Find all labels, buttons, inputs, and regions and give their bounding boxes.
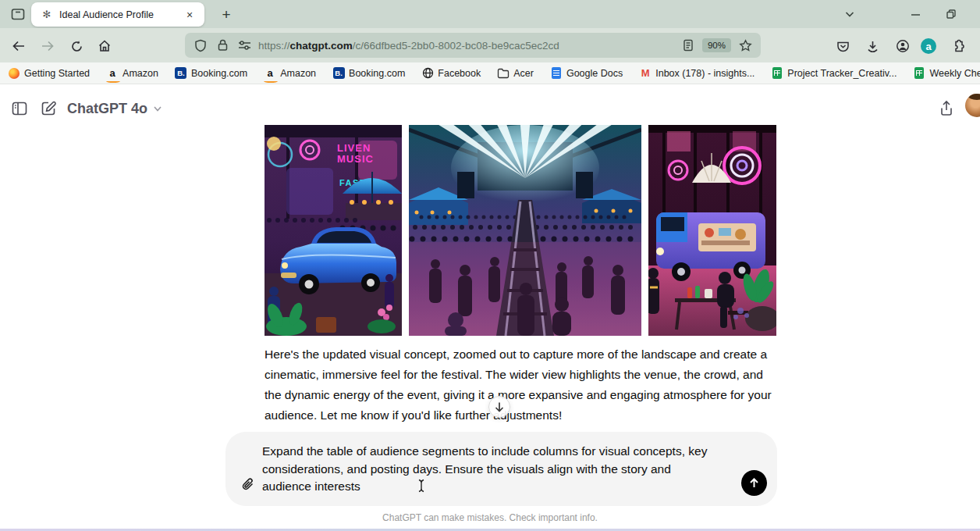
- bookmark-folder-acer[interactable]: Acer: [497, 67, 534, 80]
- back-button[interactable]: [6, 34, 31, 58]
- model-label: ChatGPT 4o: [67, 101, 147, 117]
- downloads-icon[interactable]: [860, 34, 885, 58]
- sidebar-toggle-button[interactable]: [6, 95, 33, 122]
- browser-tab[interactable]: ✻ Ideal Audience Profile ×: [31, 2, 204, 27]
- generated-image-left-panel[interactable]: LIVEN MUSIC FASTAL: [265, 125, 402, 336]
- amazon-icon: a: [264, 67, 276, 80]
- bookmark-project-tracker[interactable]: Project Tracker_Creativ...: [771, 67, 897, 80]
- tracking-shield-icon[interactable]: [190, 35, 211, 55]
- scroll-to-bottom-button[interactable]: [488, 396, 510, 418]
- home-button[interactable]: [92, 34, 117, 58]
- extension-a-icon[interactable]: a: [916, 34, 941, 58]
- zoom-level-badge[interactable]: 90%: [702, 38, 731, 52]
- url-bar[interactable]: https://chatgpt.com/c/66dfbed5-2bb0-8002…: [185, 33, 761, 58]
- bookmark-booking-2[interactable]: B. Booking.com: [332, 67, 405, 80]
- amazon-icon: a: [106, 67, 119, 80]
- model-selector[interactable]: ChatGPT 4o: [67, 95, 162, 122]
- account-icon[interactable]: [890, 34, 915, 58]
- bookmarks-bar: Getting Started a Amazon B. Booking.com …: [0, 62, 980, 84]
- disclaimer-text: ChatGPT can make mistakes. Check importa…: [0, 512, 980, 523]
- firefox-icon: [8, 67, 20, 80]
- google-docs-icon: [550, 67, 563, 80]
- browser-titlebar: ✻ Ideal Audience Profile × +: [0, 0, 980, 28]
- bookmark-facebook[interactable]: Facebook: [421, 67, 481, 80]
- chevron-down-icon: [153, 104, 162, 113]
- message-composer[interactable]: Expand the table of audience segments to…: [225, 432, 777, 506]
- generated-image-right-panel[interactable]: [647, 125, 776, 336]
- bookmark-booking[interactable]: B. Booking.com: [175, 67, 247, 80]
- new-tab-button[interactable]: +: [215, 4, 237, 26]
- url-text: https://chatgpt.com/c/66dfbed5-2bb0-8002…: [258, 40, 677, 52]
- reader-mode-icon[interactable]: [677, 35, 699, 55]
- chatgpt-page: ChatGPT 4o: [0, 84, 980, 529]
- booking-icon: B.: [332, 67, 345, 80]
- text-cursor: [417, 479, 425, 493]
- share-button[interactable]: [933, 95, 960, 122]
- tab-close-icon[interactable]: ×: [181, 6, 198, 23]
- extensions-puzzle-icon[interactable]: [946, 34, 971, 58]
- bookmark-amazon-2[interactable]: a Amazon: [264, 67, 316, 80]
- generated-image-middle-panel[interactable]: [409, 125, 641, 336]
- chatgpt-favicon: ✻: [41, 9, 53, 21]
- list-tabs-chevron-icon[interactable]: [836, 2, 863, 27]
- bookmark-star-icon[interactable]: [734, 35, 756, 55]
- attach-file-button[interactable]: [236, 473, 260, 497]
- globe-icon: [421, 67, 434, 80]
- svg-text:LIVEN: LIVEN: [337, 142, 371, 154]
- composer-input[interactable]: Expand the table of audience segments to…: [262, 443, 711, 496]
- firefox-view-icon[interactable]: [6, 3, 30, 25]
- gmail-icon: M: [639, 67, 652, 80]
- window-restore-button[interactable]: [938, 2, 964, 27]
- tab-title: Ideal Audience Profile: [59, 9, 175, 20]
- forward-button[interactable]: [35, 34, 60, 58]
- bookmark-gmail-inbox[interactable]: M Inbox (178) - insights...: [639, 67, 755, 80]
- user-avatar[interactable]: [965, 94, 980, 117]
- svg-text:MUSIC: MUSIC: [337, 153, 374, 165]
- permissions-sliders-icon[interactable]: [233, 35, 255, 55]
- pocket-icon[interactable]: [830, 34, 855, 58]
- send-button[interactable]: [741, 470, 767, 496]
- folder-icon: [497, 67, 510, 80]
- google-sheets-icon: [771, 67, 783, 80]
- bookmark-weekly-check-in[interactable]: Weekly Check In: [913, 67, 980, 80]
- google-sheets-icon: [913, 67, 925, 80]
- reload-button[interactable]: [64, 34, 89, 58]
- lock-icon[interactable]: [211, 35, 233, 55]
- new-chat-compose-button[interactable]: [35, 95, 62, 122]
- assistant-message: Here's the updated visual concept, zoome…: [265, 344, 776, 426]
- booking-icon: B.: [175, 67, 187, 80]
- bookmark-getting-started[interactable]: Getting Started: [8, 67, 90, 80]
- bookmark-amazon[interactable]: a Amazon: [106, 67, 158, 80]
- window-minimize-button[interactable]: [902, 2, 929, 27]
- bookmark-google-docs[interactable]: Google Docs: [550, 67, 623, 80]
